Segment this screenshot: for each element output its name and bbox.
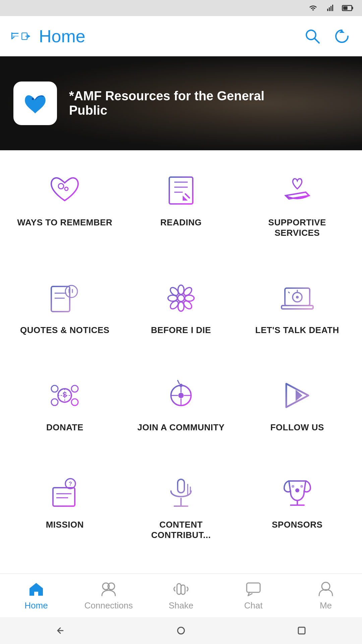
back-button[interactable] (11, 26, 31, 46)
grid-label-quotes-notices: QUOTES & NOTICES (20, 325, 110, 335)
wifi-icon (307, 4, 319, 12)
svg-rect-57 (178, 479, 184, 493)
grid-label-lets-talk-death: LET'S TALK DEATH (255, 325, 339, 335)
search-button[interactable] (303, 27, 322, 46)
svg-point-43 (51, 385, 58, 392)
hand-heart-icon (277, 170, 317, 211)
svg-line-12 (314, 38, 319, 43)
nav-chat[interactable]: Chat (217, 577, 290, 614)
svg-rect-70 (181, 585, 185, 594)
flower-icon (161, 278, 201, 318)
grid-label-ways-to-remember: WAYS TO REMEMBER (17, 217, 112, 228)
svg-point-73 (178, 627, 184, 634)
svg-point-66 (300, 485, 303, 488)
nav-actions (303, 27, 351, 46)
grid-item-ways-to-remember[interactable]: WAYS TO REMEMBER (7, 164, 123, 265)
grid-label-donate: DONATE (46, 422, 83, 433)
refresh-button[interactable] (333, 27, 351, 46)
svg-point-45 (51, 399, 58, 406)
trophy-icon (277, 473, 317, 513)
svg-point-15 (65, 187, 68, 191)
svg-point-29 (168, 295, 177, 301)
banner: *AMF Resources for the General Public (0, 56, 362, 150)
grid-label-content-contribute: CONTENT CONTRIBUT... (128, 520, 234, 540)
grid-label-before-i-die: BEFORE I DIE (151, 325, 211, 335)
grid-item-content-contribute[interactable]: CONTENT CONTRIBUT... (123, 466, 239, 567)
nav-chat-label: Chat (244, 600, 263, 611)
heart-icon (45, 170, 85, 211)
nav-shake-label: Shake (169, 600, 193, 611)
svg-point-72 (322, 582, 330, 590)
svg-text:?: ? (69, 481, 72, 487)
grid-item-supportive-services[interactable]: SUPPORTIVE SERVICES (239, 164, 355, 265)
grid-label-sponsors: SPONSORS (272, 520, 322, 530)
book-icon (161, 170, 201, 211)
grid-item-donate[interactable]: $ DONATE (7, 369, 123, 459)
android-home[interactable] (171, 621, 191, 641)
community-icon (161, 375, 201, 416)
svg-point-13 (32, 98, 34, 100)
svg-rect-20 (51, 286, 70, 312)
grid-label-mission: MISSION (46, 520, 84, 530)
svg-rect-5 (343, 6, 348, 10)
grid-label-reading: READING (160, 217, 201, 228)
android-nav-bar (0, 617, 362, 644)
svg-rect-1 (329, 7, 330, 11)
svg-rect-71 (247, 583, 260, 592)
play-icon (277, 375, 317, 416)
svg-point-23 (65, 285, 77, 298)
svg-line-40 (288, 292, 290, 293)
svg-point-38 (296, 296, 299, 299)
svg-rect-0 (327, 9, 328, 11)
svg-rect-36 (282, 306, 313, 309)
svg-rect-3 (332, 5, 333, 11)
signal-icon (324, 4, 337, 12)
nav-home-label: Home (24, 600, 48, 611)
bottom-navigation: Home Connections Shake Chat Me (0, 574, 362, 617)
phone-quotes-icon (45, 278, 85, 318)
grid-item-lets-talk-death[interactable]: LET'S TALK DEATH (239, 271, 355, 362)
grid-item-reading[interactable]: READING (123, 164, 239, 265)
svg-rect-74 (298, 627, 305, 634)
grid-label-follow-us: FOLLOW US (270, 422, 324, 433)
status-bar (0, 0, 362, 16)
nav-connections-label: Connections (84, 600, 133, 611)
svg-rect-16 (169, 177, 193, 204)
svg-point-28 (178, 302, 184, 311)
android-recents[interactable] (292, 621, 312, 641)
grid-item-join-community[interactable]: JOIN A COMMUNITY (123, 369, 239, 459)
grid-item-before-i-die[interactable]: BEFORE I DIE (123, 271, 239, 362)
grid-item-sponsors[interactable]: SPONSORS (239, 466, 355, 567)
svg-point-14 (58, 183, 64, 189)
svg-rect-69 (177, 584, 181, 594)
nav-home[interactable]: Home (0, 577, 72, 614)
nav-shake[interactable]: Shake (145, 577, 217, 614)
svg-point-51 (179, 384, 183, 387)
svg-rect-52 (53, 488, 75, 506)
nav-me-label: Me (320, 600, 332, 611)
grid-label-supportive-services: SUPPORTIVE SERVICES (244, 217, 350, 238)
svg-point-44 (71, 385, 78, 392)
grid-item-mission[interactable]: ? MISSION (7, 466, 123, 567)
page-title: Home (31, 26, 303, 46)
android-back[interactable] (50, 621, 70, 641)
banner-text: *AMF Resources for the General Public (57, 89, 292, 118)
mission-icon: ? (45, 473, 85, 513)
grid-item-follow-us[interactable]: FOLLOW US (239, 369, 355, 459)
nav-connections[interactable]: Connections (72, 577, 145, 614)
svg-point-64 (295, 488, 299, 492)
menu-grid: WAYS TO REMEMBER READING (0, 150, 362, 574)
donate-icon: $ (45, 375, 85, 416)
svg-point-27 (178, 285, 184, 294)
svg-rect-6 (352, 7, 353, 9)
svg-point-65 (292, 485, 294, 488)
grid-item-quotes-notices[interactable]: QUOTES & NOTICES (7, 271, 123, 362)
nav-me[interactable]: Me (290, 577, 362, 614)
svg-point-50 (178, 393, 184, 398)
laptop-icon (277, 278, 317, 318)
grid-label-join-community: JOIN A COMMUNITY (137, 422, 225, 433)
svg-point-30 (185, 295, 194, 301)
battery-icon (342, 4, 354, 12)
mic-icon (161, 473, 201, 513)
app-logo (13, 82, 57, 125)
